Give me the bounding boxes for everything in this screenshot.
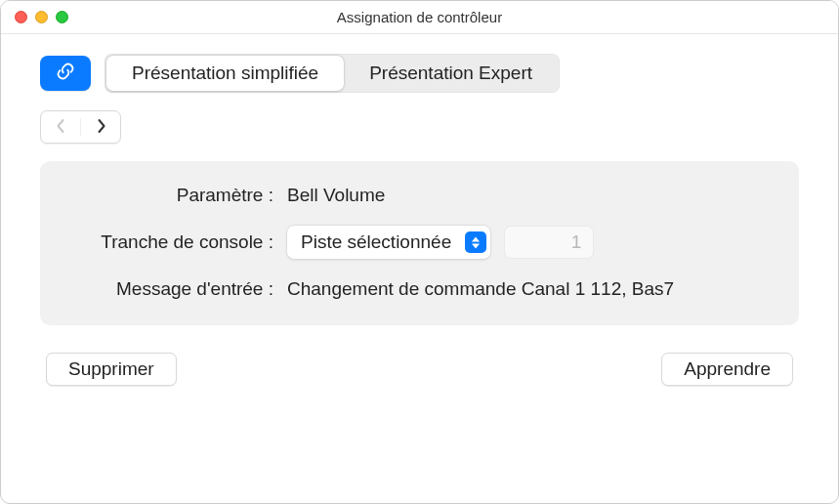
maximize-window-button[interactable] xyxy=(56,11,68,23)
channel-strip-row: Tranche de console : Piste sélectionnée … xyxy=(67,226,772,259)
minimize-window-button[interactable] xyxy=(35,11,48,23)
nav-prev-next-group xyxy=(40,110,121,144)
delete-button[interactable]: Supprimer xyxy=(46,353,177,386)
channel-strip-number-field[interactable]: 1 xyxy=(504,226,594,259)
footer-buttons: Supprimer Apprendre xyxy=(1,325,838,386)
parameter-label: Paramètre : xyxy=(67,185,287,206)
learn-button[interactable]: Apprendre xyxy=(661,353,793,386)
input-message-value: Changement de commande Canal 1 112, Bas7 xyxy=(287,278,772,300)
link-icon xyxy=(55,61,76,86)
tab-expert-view[interactable]: Présentation Expert xyxy=(344,56,558,91)
toolbar: Présentation simplifiée Présentation Exp… xyxy=(1,34,838,105)
nav-next-button[interactable] xyxy=(81,110,120,144)
view-mode-segmented-control: Présentation simplifiée Présentation Exp… xyxy=(105,54,560,93)
window-root: Assignation de contrôleur Présentation s… xyxy=(0,0,839,504)
nav-row xyxy=(1,105,838,161)
channel-strip-label: Tranche de console : xyxy=(67,231,287,253)
chevron-left-icon xyxy=(55,118,67,137)
assignment-panel: Paramètre : Bell Volume Tranche de conso… xyxy=(40,161,799,325)
window-title: Assignation de contrôleur xyxy=(1,9,838,25)
nav-prev-button[interactable] xyxy=(41,110,80,144)
updown-caret-icon xyxy=(465,231,486,253)
titlebar: Assignation de contrôleur xyxy=(1,1,838,34)
channel-strip-select-value: Piste sélectionnée xyxy=(301,231,455,253)
input-message-row: Message d'entrée : Changement de command… xyxy=(67,278,772,300)
parameter-row: Paramètre : Bell Volume xyxy=(67,185,772,206)
chevron-right-icon xyxy=(95,118,107,137)
channel-strip-select[interactable]: Piste sélectionnée xyxy=(287,226,490,259)
parameter-value: Bell Volume xyxy=(287,185,772,206)
input-message-label: Message d'entrée : xyxy=(67,278,287,300)
tab-simplified-view[interactable]: Présentation simplifiée xyxy=(106,56,344,91)
link-toggle-button[interactable] xyxy=(40,56,91,91)
traffic-lights xyxy=(15,11,68,23)
close-window-button[interactable] xyxy=(15,11,27,23)
